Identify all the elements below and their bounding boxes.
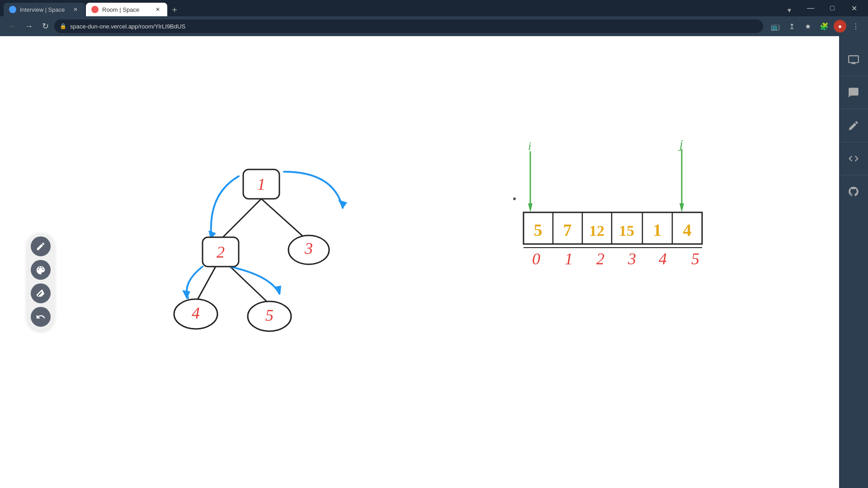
svg-marker-7 — [274, 286, 281, 295]
svg-text:15: 15 — [619, 222, 634, 239]
svg-marker-25 — [679, 203, 684, 212]
profile-icon[interactable]: ● — [834, 20, 846, 33]
tab-label-interview: Interview | Space — [20, 6, 65, 13]
screen-icon[interactable] — [844, 51, 863, 69]
share-icon[interactable]: ↥ — [785, 19, 798, 33]
tab-room[interactable]: Room | Space ✕ — [86, 3, 167, 16]
sidebar-section-screen — [839, 43, 868, 76]
minimize-button[interactable]: — — [800, 0, 821, 16]
whiteboard-canvas[interactable]: 1 2 3 4 5 i j — [0, 36, 839, 488]
tab-close-interview[interactable]: ✕ — [71, 5, 80, 14]
address-bar[interactable]: 🔒 space-dun-one.vercel.app/room/YlrLI9Bd… — [54, 19, 763, 33]
extensions-icon[interactable]: 🧩 — [817, 19, 831, 33]
svg-text:2: 2 — [596, 250, 604, 268]
menu-icon[interactable]: ⋮ — [849, 19, 863, 33]
tab-favicon-room — [91, 6, 99, 13]
tab-close-room[interactable]: ✕ — [154, 5, 162, 14]
svg-marker-5 — [338, 200, 347, 209]
refresh-button[interactable]: ↻ — [38, 19, 52, 33]
tab-overflow-button[interactable]: ▾ — [783, 4, 796, 16]
svg-text:j: j — [678, 137, 683, 151]
svg-rect-26 — [524, 212, 702, 244]
svg-marker-21 — [528, 203, 533, 212]
content-area: 1 2 3 4 5 i j — [0, 36, 868, 488]
sidebar-section-code — [839, 142, 868, 175]
sidebar-section-chat — [839, 76, 868, 109]
svg-line-1 — [261, 199, 307, 239]
whiteboard-drawing: 1 2 3 4 5 i j — [0, 36, 839, 488]
svg-text:5: 5 — [691, 250, 699, 268]
svg-text:3: 3 — [304, 239, 313, 258]
address-url: space-dun-one.vercel.app/room/YlrLI9BdUS — [70, 23, 185, 30]
bookmark-icon[interactable]: ★ — [801, 19, 815, 33]
window-controls: — □ ✕ — [800, 0, 864, 16]
tab-label-room: Room | Space — [102, 6, 139, 13]
right-sidebar — [839, 36, 868, 488]
svg-text:i: i — [528, 140, 531, 153]
svg-point-45 — [513, 197, 516, 200]
browser-chrome: Interview | Space ✕ Room | Space ✕ + ▾ —… — [0, 0, 868, 36]
lock-icon: 🔒 — [60, 23, 66, 29]
toolbar-right: 📺 ↥ ★ 🧩 ● ⋮ — [769, 19, 863, 33]
cast-icon[interactable]: 📺 — [769, 19, 782, 33]
tab-interview[interactable]: Interview | Space ✕ — [4, 3, 85, 16]
svg-marker-6 — [182, 290, 190, 299]
svg-text:1: 1 — [653, 221, 662, 239]
sidebar-section-github — [839, 175, 868, 208]
edit-icon[interactable] — [844, 117, 863, 135]
new-tab-button[interactable]: + — [168, 4, 181, 16]
code-icon[interactable] — [844, 150, 863, 168]
svg-text:4: 4 — [683, 221, 692, 239]
svg-line-0 — [221, 199, 261, 239]
chat-icon[interactable] — [844, 84, 863, 102]
back-button[interactable]: ← — [5, 19, 20, 33]
close-button[interactable]: ✕ — [844, 0, 864, 16]
github-icon[interactable] — [844, 183, 863, 201]
tab-favicon-interview — [9, 6, 16, 13]
svg-text:5: 5 — [534, 221, 542, 239]
tab-bar: Interview | Space ✕ Room | Space ✕ + ▾ —… — [0, 0, 868, 16]
svg-text:0: 0 — [532, 250, 540, 268]
sidebar-section-edit — [839, 109, 868, 142]
forward-button[interactable]: → — [22, 19, 36, 33]
svg-text:4: 4 — [659, 250, 667, 268]
svg-text:1: 1 — [257, 175, 265, 193]
svg-text:1: 1 — [565, 250, 573, 268]
svg-text:7: 7 — [563, 221, 572, 239]
svg-text:5: 5 — [265, 306, 274, 324]
svg-text:12: 12 — [589, 222, 604, 239]
url-full: space-dun-one.vercel.app/room/YlrLI9BdUS — [70, 23, 185, 30]
svg-text:2: 2 — [217, 243, 225, 261]
svg-text:3: 3 — [627, 250, 636, 268]
address-toolbar: ← → ↻ 🔒 space-dun-one.vercel.app/room/Yl… — [0, 16, 868, 36]
svg-text:4: 4 — [192, 304, 200, 322]
maximize-button[interactable]: □ — [822, 0, 843, 16]
